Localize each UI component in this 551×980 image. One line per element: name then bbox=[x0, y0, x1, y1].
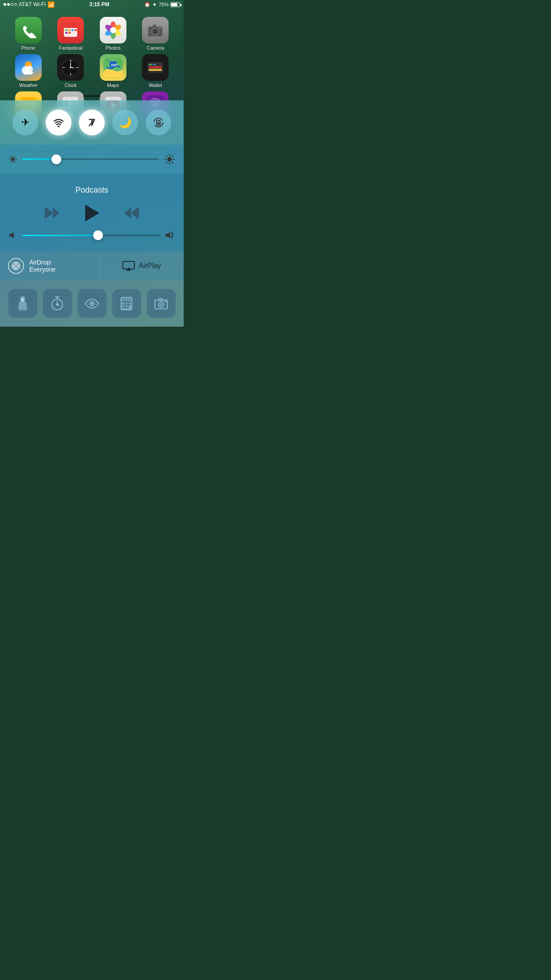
svg-rect-7 bbox=[71, 29, 74, 31]
bottom-tools-section bbox=[0, 280, 184, 327]
bluetooth-icon: ✦ bbox=[152, 1, 157, 8]
svg-marker-100 bbox=[85, 205, 99, 221]
svg-point-141 bbox=[165, 300, 166, 302]
svg-rect-140 bbox=[159, 298, 162, 300]
svg-point-118 bbox=[21, 299, 24, 301]
svg-point-23 bbox=[159, 27, 161, 29]
wifi-button[interactable] bbox=[46, 110, 71, 135]
app-phone[interactable]: Phone bbox=[11, 17, 46, 51]
flashlight-button[interactable] bbox=[8, 289, 37, 318]
svg-point-139 bbox=[160, 303, 162, 306]
airdrop-icon bbox=[8, 258, 24, 274]
bluetooth-icon bbox=[87, 116, 97, 129]
svg-marker-104 bbox=[9, 232, 14, 238]
svg-rect-131 bbox=[129, 303, 131, 304]
svg-line-86 bbox=[15, 157, 16, 157]
alarm-icon: ⏰ bbox=[144, 2, 150, 8]
app-fantastical[interactable]: Fantastical bbox=[53, 17, 88, 51]
camera-label: Camera bbox=[147, 45, 164, 51]
airplay-label: AirPlay bbox=[138, 262, 161, 270]
calculator-button[interactable] bbox=[112, 289, 141, 318]
svg-rect-133 bbox=[126, 305, 128, 307]
app-weather[interactable]: Weather bbox=[11, 54, 46, 88]
battery-label: 75% bbox=[159, 2, 169, 7]
timer-button[interactable] bbox=[43, 289, 72, 318]
volume-section bbox=[9, 231, 175, 239]
app-row-2: Weather 12 3 6 bbox=[7, 54, 177, 88]
airplane-icon: ✈ bbox=[21, 117, 29, 128]
svg-rect-51 bbox=[149, 69, 162, 71]
calculator-icon bbox=[121, 297, 132, 310]
svg-rect-52 bbox=[149, 64, 152, 65]
brightness-thumb[interactable] bbox=[51, 154, 61, 164]
volume-low-icon bbox=[9, 231, 17, 239]
status-bar: AT&T Wi-Fi 📶 3:15 PM ⏰ ✦ 75% bbox=[0, 0, 184, 9]
svg-rect-130 bbox=[126, 303, 128, 304]
fast-forward-icon bbox=[122, 207, 139, 219]
carrier-label: AT&T Wi-Fi bbox=[19, 1, 46, 8]
svg-rect-103 bbox=[138, 208, 139, 218]
app-maps[interactable]: 280 Maps bbox=[95, 54, 131, 88]
do-not-disturb-button[interactable]: 🌙 bbox=[112, 110, 138, 135]
play-icon bbox=[83, 204, 100, 222]
camera-shortcut-button[interactable] bbox=[147, 289, 176, 318]
pull-handle-area[interactable] bbox=[0, 91, 184, 100]
svg-rect-9 bbox=[65, 32, 67, 34]
brightness-low-icon bbox=[9, 155, 17, 163]
svg-marker-101 bbox=[124, 208, 131, 218]
svg-rect-128 bbox=[122, 298, 131, 301]
svg-point-17 bbox=[110, 27, 116, 33]
brightness-slider[interactable] bbox=[22, 158, 159, 160]
svg-rect-6 bbox=[68, 29, 71, 31]
svg-rect-136 bbox=[126, 308, 128, 310]
airdrop-sublabel: Everyone bbox=[29, 266, 55, 273]
phone-icon bbox=[15, 17, 42, 43]
app-camera[interactable]: Camera bbox=[138, 17, 173, 51]
fast-forward-button[interactable] bbox=[122, 207, 139, 219]
toggles-section: ✈ 🌙 bbox=[0, 100, 184, 145]
rotation-lock-icon bbox=[153, 117, 164, 128]
svg-point-41 bbox=[70, 67, 71, 68]
svg-rect-27 bbox=[23, 71, 33, 75]
eye-icon bbox=[85, 298, 99, 309]
timer-icon bbox=[51, 296, 63, 311]
brightness-section bbox=[0, 145, 184, 174]
night-shift-button[interactable] bbox=[78, 289, 106, 318]
volume-high-icon bbox=[165, 231, 175, 239]
home-screen: AT&T Wi-Fi 📶 3:15 PM ⏰ ✦ 75% Phone bbox=[0, 0, 184, 327]
play-button[interactable] bbox=[83, 204, 100, 222]
svg-point-108 bbox=[15, 265, 17, 267]
status-right: ⏰ ✦ 75% bbox=[144, 1, 180, 8]
app-wallet[interactable]: Wallet bbox=[138, 54, 173, 88]
rewind-icon bbox=[44, 207, 61, 219]
svg-rect-5 bbox=[65, 29, 67, 31]
svg-line-87 bbox=[10, 161, 11, 162]
signal-dot-1 bbox=[4, 3, 6, 6]
app-clock[interactable]: 12 3 6 9 Clock bbox=[53, 54, 88, 88]
airplay-button[interactable]: AirPlay bbox=[100, 251, 184, 280]
moon-icon: 🌙 bbox=[118, 116, 132, 129]
svg-text:12: 12 bbox=[70, 60, 72, 63]
wallet-icon bbox=[142, 54, 169, 81]
photos-label: Photos bbox=[106, 45, 121, 51]
svg-rect-53 bbox=[153, 64, 156, 65]
control-center: ✈ 🌙 bbox=[0, 91, 184, 327]
rewind-button[interactable] bbox=[44, 207, 61, 219]
airplay-icon bbox=[122, 261, 135, 271]
svg-line-95 bbox=[172, 156, 173, 157]
airdrop-button[interactable]: AirDrop: Everyone bbox=[0, 251, 100, 280]
airdrop-text: AirDrop: Everyone bbox=[29, 259, 55, 273]
app-photos[interactable]: Photos bbox=[95, 17, 131, 51]
svg-rect-10 bbox=[68, 32, 71, 34]
svg-rect-129 bbox=[122, 303, 124, 304]
svg-rect-117 bbox=[18, 309, 27, 311]
svg-point-79 bbox=[11, 158, 15, 161]
volume-slider[interactable] bbox=[22, 235, 160, 236]
status-left: AT&T Wi-Fi 📶 bbox=[4, 1, 55, 8]
music-player-section: Podcasts bbox=[0, 174, 184, 251]
svg-rect-134 bbox=[129, 305, 131, 309]
airplane-mode-button[interactable]: ✈ bbox=[12, 110, 38, 135]
bluetooth-button[interactable] bbox=[79, 110, 105, 135]
volume-thumb[interactable] bbox=[93, 230, 103, 240]
rotation-lock-button[interactable] bbox=[146, 110, 171, 135]
